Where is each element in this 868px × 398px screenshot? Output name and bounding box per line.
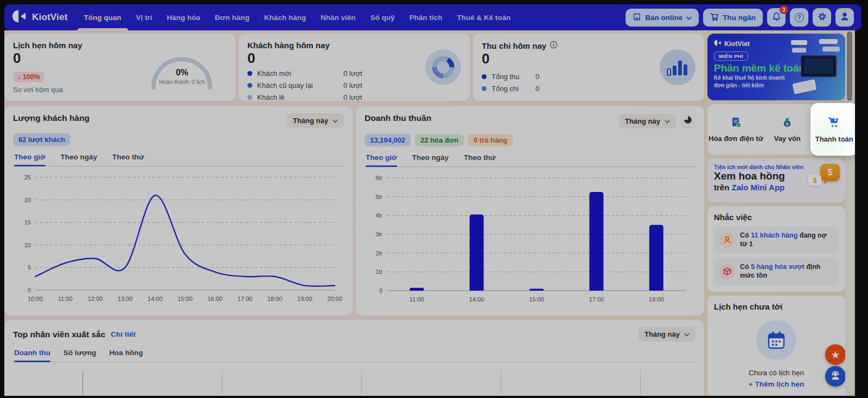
nav-item-nhan-vien[interactable]: Nhân viên xyxy=(321,4,356,30)
chart-tabs: Theo giờ Theo ngày Theo thứ xyxy=(13,153,344,166)
nav-item-so-quy[interactable]: Sổ quỹ xyxy=(370,4,394,30)
legend-row: Khách lẻ0 lượt xyxy=(247,93,425,101)
legend-row: Khách mới0 lượt xyxy=(247,69,425,78)
tile-thanh-toan[interactable]: Thanh toán xyxy=(810,103,856,156)
nav-item-vi-tri[interactable]: Vị trí xyxy=(136,4,152,30)
donut-chart-icon xyxy=(425,49,461,85)
svg-text:10: 10 xyxy=(24,242,31,248)
svg-text:15:00: 15:00 xyxy=(529,296,544,303)
help-button[interactable]: ? xyxy=(790,8,808,27)
gauge-value: 0% xyxy=(137,68,227,78)
brand[interactable]: KiotViet xyxy=(12,9,68,27)
nav-item-khach-hang[interactable]: Khách hàng xyxy=(264,4,306,30)
tile-vay-von[interactable]: $ Vay vốn xyxy=(763,108,812,150)
top-staff-card: Top nhân viên xuất sắc Chi tiết Tháng nà… xyxy=(4,320,704,396)
kiotviet-logo-icon xyxy=(12,9,27,27)
svg-text:5: 5 xyxy=(28,264,31,271)
card-title: Top nhân viên xuất sắc xyxy=(13,330,105,339)
chart-tabs: Theo giờ Theo ngày Theo thứ xyxy=(365,153,695,167)
account-button[interactable] xyxy=(835,8,854,27)
svg-text:6tr: 6tr xyxy=(375,175,382,181)
reminders-card: Nhắc việc Có 11 khách hàng đang nợ từ 1 … xyxy=(707,206,845,292)
svg-text:18:00: 18:00 xyxy=(267,296,283,302)
info-icon[interactable] xyxy=(550,41,558,50)
reminder-debt-customers[interactable]: Có 11 khách hàng đang nợ từ 1 xyxy=(714,227,839,253)
settings-button[interactable] xyxy=(813,8,831,27)
svg-text:17:00: 17:00 xyxy=(238,296,253,302)
chart-title: Lượng khách hàng xyxy=(13,113,90,123)
net-revenue-card: Doanh thu thuần Tháng này 13,194,002 22 … xyxy=(356,106,704,316)
tab-theo-ngay[interactable]: Theo ngày xyxy=(61,153,98,166)
period-dropdown[interactable]: Tháng này xyxy=(287,113,344,128)
empty-state-text: Chưa có lịch hẹn xyxy=(714,369,839,377)
svg-text:10:00: 10:00 xyxy=(28,296,43,302)
legend-dot xyxy=(482,86,487,91)
tab-theo-ngay[interactable]: Theo ngày xyxy=(412,153,449,166)
product-box-icon xyxy=(719,264,735,279)
card-title: Lịch hẹn hôm nay xyxy=(13,41,137,50)
rating-fab[interactable]: ★ xyxy=(825,344,846,365)
tab-theo-gio[interactable]: Theo giờ xyxy=(14,153,46,166)
tab-so-luong[interactable]: Số lượng xyxy=(63,349,97,362)
svg-text:14:00: 14:00 xyxy=(148,296,163,302)
svg-text:19:00: 19:00 xyxy=(297,296,312,302)
bell-icon xyxy=(772,12,781,23)
svg-text:12:00: 12:00 xyxy=(88,296,103,302)
nav-item-don-hang[interactable]: Đơn hàng xyxy=(215,4,250,30)
svg-text:0: 0 xyxy=(379,287,382,294)
svg-text:20: 20 xyxy=(24,197,31,203)
reminders-title: Nhắc việc xyxy=(714,213,839,222)
calendar-icon xyxy=(756,320,796,360)
ban-online-button[interactable]: Bán online xyxy=(626,9,699,27)
tab-hoa-hong[interactable]: Hoa hồng xyxy=(109,349,143,362)
reminder-stock-alert[interactable]: Có 5 hàng hóa vượt định mức tồn xyxy=(714,258,839,285)
tab-theo-gio[interactable]: Theo giờ xyxy=(366,153,397,166)
dollar-bubble-icon: $ xyxy=(820,164,840,181)
question-icon: ? xyxy=(795,13,804,22)
svg-text:3tr: 3tr xyxy=(375,231,382,237)
money-bag-icon: $ xyxy=(781,117,793,131)
tile-hoa-don-dien-tu[interactable]: Hóa đơn điện tử xyxy=(709,108,763,150)
thu-ngan-button[interactable]: Thu ngân xyxy=(703,9,763,27)
scrollbar xyxy=(845,30,854,396)
legend-dot xyxy=(247,95,252,100)
support-fab[interactable] xyxy=(825,366,846,387)
returns-badge: 0 trả hàng xyxy=(468,134,513,146)
add-appointment-link[interactable]: + Thêm lịch hẹn xyxy=(714,380,839,388)
legend-dot xyxy=(247,71,252,76)
detail-link[interactable]: Chi tiết xyxy=(111,330,136,338)
top-navbar: KiotViet Tổng quan Vị trí Hàng hóa Đơn h… xyxy=(4,4,861,30)
notifications-button[interactable]: 3 xyxy=(767,8,786,27)
tab-theo-thu[interactable]: Theo thứ xyxy=(112,153,144,166)
nav-item-thue-ke-toan[interactable]: Thuế & Kế toán xyxy=(457,4,510,30)
accounting-promo-banner[interactable]: KiotViet MIỄN PHÍ Phần mềm kế toán Kê kh… xyxy=(707,34,845,100)
cashflow-value: 0 xyxy=(482,51,660,67)
period-dropdown[interactable]: Tháng này xyxy=(619,114,676,129)
nav-item-hang-hoa[interactable]: Hàng hóa xyxy=(167,4,201,30)
dollar-bubble-small-icon: $ xyxy=(808,175,821,186)
tab-doanh-thu[interactable]: Doanh thu xyxy=(14,349,50,362)
period-dropdown[interactable]: Tháng này xyxy=(639,327,695,342)
chevron-down-icon xyxy=(665,117,670,125)
appointments-title: Lịch hẹn chưa tới xyxy=(714,302,839,311)
nav-item-tong-quan[interactable]: Tổng quan xyxy=(84,4,122,30)
legend-dot xyxy=(482,74,487,79)
nav-item-phan-tich[interactable]: Phân tích xyxy=(409,4,442,30)
customer-line-chart: 051015202510:0011:0012:0013:0014:0015:00… xyxy=(13,169,344,305)
svg-text:15: 15 xyxy=(24,219,31,226)
svg-text:$: $ xyxy=(786,122,788,126)
bar-chart-icon xyxy=(660,49,695,85)
scrollbar-thumb[interactable] xyxy=(847,31,852,101)
revenue-total-badge: 13,194,002 xyxy=(365,134,411,146)
legend-row: Khách cũ quay lại0 lượt xyxy=(247,81,425,89)
headset-agent-icon xyxy=(829,369,841,383)
svg-text:2tr: 2tr xyxy=(375,250,382,256)
tab-theo-thu[interactable]: Theo thứ xyxy=(464,153,496,166)
upcoming-appointments-card: Lịch hẹn chưa tới Chưa có lịch hẹn + Thê… xyxy=(707,296,845,396)
pie-view-button[interactable] xyxy=(680,113,695,129)
svg-text:1tr: 1tr xyxy=(375,268,382,275)
zalo-mini-app-banner[interactable]: Tiện ích mới dành cho Nhân viên Xem hoa … xyxy=(707,158,845,202)
right-sidebar: KiotViet MIỄN PHÍ Phần mềm kế toán Kê kh… xyxy=(707,34,845,396)
navbar-actions: Bán online Thu ngân 3 ? xyxy=(626,8,854,27)
chart-title: Doanh thu thuần xyxy=(365,113,431,123)
